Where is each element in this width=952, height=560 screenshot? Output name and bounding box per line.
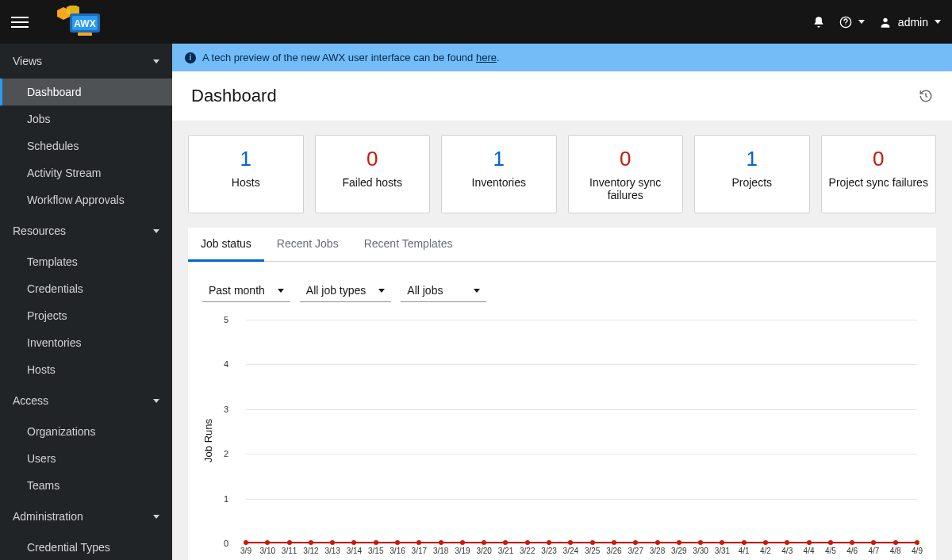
notifications-icon[interactable]	[812, 16, 825, 29]
sidebar-item-hosts[interactable]: Hosts	[0, 356, 172, 383]
data-point[interactable]	[265, 540, 270, 545]
card-label: Hosts	[194, 176, 298, 189]
sidebar-item-credential-types[interactable]: Credential Types	[0, 534, 172, 560]
data-point[interactable]	[698, 540, 703, 545]
data-point[interactable]	[482, 540, 486, 545]
sidebar-section-administration[interactable]: Administration	[0, 499, 172, 534]
x-tick: 3/22	[520, 547, 535, 555]
data-point[interactable]	[655, 540, 660, 545]
sidebar-section-access[interactable]: Access	[0, 383, 172, 418]
card-projects[interactable]: 1Projects	[694, 135, 810, 213]
user-menu[interactable]: admin	[879, 16, 941, 29]
sidebar-item-organizations[interactable]: Organizations	[0, 418, 172, 445]
help-menu[interactable]	[839, 16, 865, 29]
filter-all-job-types[interactable]: All job types	[300, 279, 391, 302]
hamburger-menu-button[interactable]	[11, 13, 29, 31]
data-point[interactable]	[439, 540, 443, 545]
data-point[interactable]	[568, 540, 573, 545]
x-tick: 3/12	[303, 547, 318, 555]
y-tick: 3	[224, 405, 228, 414]
sidebar-item-inventories[interactable]: Inventories	[0, 329, 172, 356]
data-point[interactable]	[742, 540, 747, 545]
card-label: Project sync failures	[827, 176, 931, 189]
tab-recent-jobs[interactable]: Recent Jobs	[264, 228, 351, 261]
data-point[interactable]	[395, 540, 400, 545]
x-tick: 4/9	[912, 547, 923, 555]
sidebar-item-dashboard[interactable]: Dashboard	[0, 79, 172, 105]
svg-rect-5	[78, 33, 92, 36]
data-point[interactable]	[807, 540, 812, 545]
x-tick: 3/9	[240, 547, 251, 555]
card-inventories[interactable]: 1Inventories	[441, 135, 557, 213]
sidebar-item-workflow-approvals[interactable]: Workflow Approvals	[0, 186, 172, 213]
data-point[interactable]	[330, 540, 335, 545]
data-point[interactable]	[828, 540, 833, 545]
x-tick: 3/16	[390, 547, 405, 555]
data-point[interactable]	[460, 540, 465, 545]
user-label: admin	[898, 16, 928, 29]
filter-past-month[interactable]: Past month	[202, 279, 290, 302]
data-point[interactable]	[871, 540, 876, 545]
data-point[interactable]	[893, 540, 898, 545]
data-point[interactable]	[785, 540, 789, 545]
data-point[interactable]	[416, 540, 421, 545]
job-status-panel: Job statusRecent JobsRecent Templates Pa…	[188, 228, 936, 560]
data-point[interactable]	[287, 540, 292, 545]
y-tick: 2	[224, 449, 228, 458]
data-point[interactable]	[763, 540, 768, 545]
filter-all-jobs[interactable]: All jobs	[401, 279, 486, 302]
tab-job-status[interactable]: Job status	[188, 228, 264, 262]
card-count: 1	[447, 147, 551, 171]
tab-recent-templates[interactable]: Recent Templates	[351, 228, 466, 261]
data-point[interactable]	[720, 540, 724, 545]
x-tick: 3/20	[476, 547, 491, 555]
card-hosts[interactable]: 1Hosts	[188, 135, 304, 213]
card-inventory-sync-failures[interactable]: 0Inventory sync failures	[568, 135, 684, 213]
x-tick: 4/5	[825, 547, 836, 555]
data-point[interactable]	[351, 540, 356, 545]
sidebar-section-views[interactable]: Views	[0, 44, 172, 79]
sidebar-item-teams[interactable]: Teams	[0, 472, 172, 499]
sidebar-section-resources[interactable]: Resources	[0, 213, 172, 248]
x-tick: 4/8	[890, 547, 901, 555]
x-tick: 3/24	[563, 547, 578, 555]
sidebar-item-credentials[interactable]: Credentials	[0, 275, 172, 302]
data-point[interactable]	[309, 540, 313, 545]
sidebar-item-users[interactable]: Users	[0, 445, 172, 472]
x-tick: 3/27	[628, 547, 643, 555]
data-point[interactable]	[915, 540, 919, 545]
card-count: 0	[827, 147, 931, 171]
data-point[interactable]	[244, 540, 248, 545]
data-point[interactable]	[850, 540, 854, 545]
x-tick: 3/10	[260, 547, 275, 555]
page-header: Dashboard	[172, 71, 952, 121]
banner-link[interactable]: here	[476, 52, 497, 63]
x-tick: 3/30	[693, 547, 708, 555]
data-point[interactable]	[503, 540, 508, 545]
chart: Job Runs 012345 3/93/103/113/123/133/143…	[188, 309, 936, 560]
card-failed-hosts[interactable]: 0Failed hosts	[315, 135, 431, 213]
data-point[interactable]	[612, 540, 616, 545]
x-tick: 3/18	[433, 547, 448, 555]
data-point[interactable]	[547, 540, 551, 545]
data-point[interactable]	[374, 540, 378, 545]
sidebar-item-templates[interactable]: Templates	[0, 248, 172, 275]
brand-logo[interactable]: AWX	[51, 6, 113, 38]
card-project-sync-failures[interactable]: 0Project sync failures	[821, 135, 937, 213]
sidebar-item-activity-stream[interactable]: Activity Stream	[0, 159, 172, 186]
y-tick: 0	[224, 539, 228, 548]
history-icon[interactable]	[919, 89, 933, 103]
sidebar-item-schedules[interactable]: Schedules	[0, 132, 172, 159]
x-tick: 3/26	[606, 547, 621, 555]
data-point[interactable]	[590, 540, 595, 545]
x-tick: 3/25	[585, 547, 600, 555]
topbar: AWX admin	[0, 0, 952, 44]
data-point[interactable]	[677, 540, 681, 545]
data-point[interactable]	[633, 540, 638, 545]
sidebar: ViewsDashboardJobsSchedulesActivity Stre…	[0, 44, 172, 560]
x-tick: 3/31	[715, 547, 730, 555]
data-point[interactable]	[525, 540, 530, 545]
x-tick: 3/28	[650, 547, 665, 555]
sidebar-item-projects[interactable]: Projects	[0, 302, 172, 329]
sidebar-item-jobs[interactable]: Jobs	[0, 105, 172, 132]
